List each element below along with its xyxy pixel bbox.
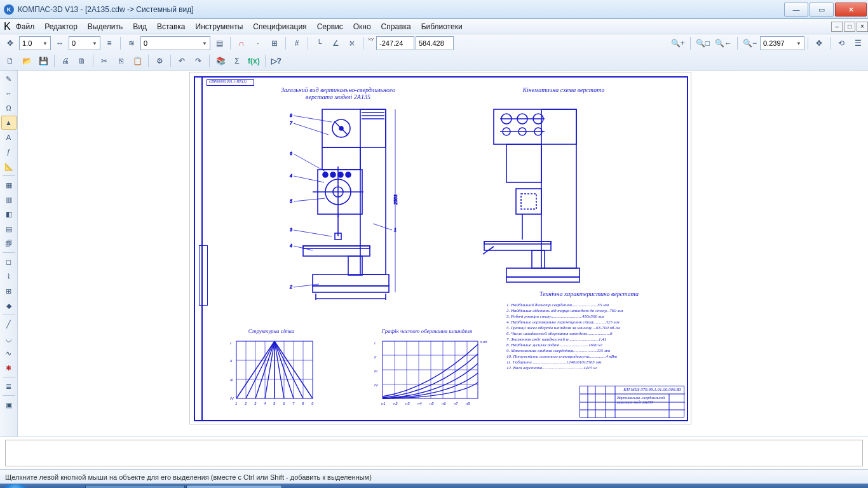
command-input[interactable] bbox=[5, 440, 863, 466]
tool-macro-icon[interactable]: ◆ bbox=[1, 299, 17, 313]
tree-icon[interactable]: ☰ bbox=[850, 36, 865, 51]
quick-ie-icon[interactable]: e bbox=[32, 485, 48, 488]
layers-icon[interactable]: ≡ bbox=[102, 36, 117, 51]
tool-break-icon[interactable]: ⌇ bbox=[1, 269, 17, 283]
ortho-icon[interactable]: └ bbox=[311, 36, 327, 51]
svg-text:I: I bbox=[230, 341, 231, 345]
local-cs-icon[interactable]: ⤪ bbox=[344, 36, 360, 51]
mdi-restore[interactable]: □ bbox=[844, 22, 855, 32]
coord-y[interactable]: 584.428 bbox=[416, 36, 454, 50]
tool-arc-icon[interactable]: ◡ bbox=[1, 332, 17, 346]
tool-text-icon[interactable]: A bbox=[1, 130, 17, 144]
menu-view[interactable]: Вид bbox=[128, 20, 152, 33]
pan-icon[interactable]: ✥ bbox=[811, 36, 827, 51]
line-style-icon[interactable]: ≋ bbox=[124, 36, 139, 51]
menu-help[interactable]: Справка bbox=[376, 20, 416, 33]
zoom-in-icon[interactable]: 🔍+ bbox=[669, 36, 687, 51]
menu-libs[interactable]: Библиотеки bbox=[416, 20, 468, 33]
tool-select-icon[interactable]: ◻ bbox=[1, 255, 17, 269]
tool-line-icon[interactable]: ╱ bbox=[1, 317, 17, 331]
zoom-out-icon[interactable]: 🔍− bbox=[741, 36, 759, 51]
snap-point-icon[interactable]: · bbox=[250, 36, 266, 51]
variables-icon[interactable]: Σ bbox=[229, 53, 245, 69]
zoom-combo[interactable]: 0.2397▼ bbox=[760, 36, 804, 50]
cut-icon[interactable]: ✂ bbox=[97, 53, 112, 69]
save-icon[interactable]: 💾 bbox=[36, 53, 51, 69]
magnet-icon[interactable]: ∩ bbox=[234, 36, 249, 51]
rebuild-icon[interactable]: ⟲ bbox=[834, 36, 849, 51]
undo-icon[interactable]: ↶ bbox=[174, 53, 189, 69]
svg-text:n6: n6 bbox=[442, 402, 446, 405]
svg-text:n4: n4 bbox=[417, 402, 422, 405]
canvas[interactable]: ЄВР00000.001.1-ПК(1) Загальний вид верти… bbox=[18, 71, 868, 437]
svg-rect-66 bbox=[506, 268, 580, 277]
fit-icon[interactable]: ✥ bbox=[3, 36, 18, 51]
close-button[interactable]: ✕ bbox=[835, 3, 867, 17]
tool-layers-icon[interactable]: ≣ bbox=[1, 379, 17, 393]
whats-this-icon[interactable]: ▷? bbox=[269, 53, 284, 69]
tool-group-icon[interactable]: ⊞ bbox=[1, 284, 17, 298]
svg-text:2: 2 bbox=[289, 285, 292, 289]
mdi-minimize[interactable]: – bbox=[831, 22, 843, 32]
open-icon[interactable]: 📂 bbox=[19, 53, 34, 69]
tool-symbols-icon[interactable]: Ω bbox=[1, 101, 17, 115]
mdi-close[interactable]: × bbox=[857, 22, 868, 32]
tool-spec-icon[interactable]: ▤ bbox=[1, 222, 17, 236]
svg-text:7: 7 bbox=[290, 121, 293, 125]
library-icon[interactable]: 📚 bbox=[213, 53, 228, 69]
palette-icon[interactable]: ▤ bbox=[212, 36, 227, 51]
preview-icon[interactable]: 🗎 bbox=[74, 53, 90, 69]
menu-insert[interactable]: Вставка bbox=[152, 20, 191, 33]
taskbar-item-1[interactable]: K КОМПАС-3D V13 - [... bbox=[186, 485, 282, 488]
quick-explorer-icon[interactable]: 📁 bbox=[50, 485, 66, 488]
svg-line-83 bbox=[246, 341, 275, 398]
paste-icon[interactable]: 📋 bbox=[130, 53, 145, 69]
tool-dimension-icon[interactable]: ↔ bbox=[1, 86, 17, 100]
svg-point-17 bbox=[346, 172, 351, 177]
menu-tools[interactable]: Инструменты bbox=[191, 20, 248, 33]
tool-report-icon[interactable]: 🗐 bbox=[1, 236, 17, 250]
svg-text:III: III bbox=[374, 369, 377, 373]
quick-mail-icon[interactable]: ✉ bbox=[67, 485, 84, 488]
tool-spline-icon[interactable]: ∿ bbox=[1, 346, 17, 360]
tool-views-icon[interactable]: ◧ bbox=[1, 207, 17, 221]
grid-icon[interactable]: # bbox=[289, 36, 304, 51]
zoom-window-icon[interactable]: 🔍□ bbox=[694, 36, 712, 51]
props-icon[interactable]: ⚙ bbox=[152, 53, 167, 69]
new-icon[interactable]: 🗋 bbox=[3, 53, 18, 69]
tool-table-icon[interactable]: ▥ bbox=[1, 193, 17, 207]
tool-hatch-icon[interactable]: ▦ bbox=[1, 178, 17, 192]
maximize-button[interactable]: ▭ bbox=[810, 3, 834, 17]
step-icon[interactable]: ↔ bbox=[52, 36, 67, 51]
scale-combo[interactable]: 1.0▼ bbox=[19, 36, 51, 50]
menu-window[interactable]: Окно bbox=[348, 20, 376, 33]
tool-point2-icon[interactable]: ✱ bbox=[1, 361, 17, 375]
menu-editor[interactable]: Редактор bbox=[39, 20, 83, 33]
angle-icon[interactable]: ∠ bbox=[328, 36, 343, 51]
start-button[interactable] bbox=[3, 484, 28, 488]
menu-file[interactable]: Файл bbox=[11, 20, 40, 33]
tool-param-icon[interactable]: ƒ bbox=[1, 145, 17, 159]
tool-geometry-icon[interactable]: ✎ bbox=[1, 72, 17, 86]
print-icon[interactable]: 🖨 bbox=[58, 53, 73, 69]
spec-9: 9. Максимальна глибина свердління.......… bbox=[506, 348, 610, 353]
style-combo[interactable]: 0▼ bbox=[140, 36, 210, 50]
svg-text:4: 4 bbox=[290, 243, 292, 248]
fx-icon[interactable]: f(x) bbox=[246, 53, 262, 69]
zoom-prev-icon[interactable]: 🔍← bbox=[713, 36, 734, 51]
coord-x[interactable]: -247.24 bbox=[376, 36, 414, 50]
minimize-button[interactable]: — bbox=[784, 3, 808, 17]
svg-text:7: 7 bbox=[292, 402, 295, 405]
step-combo[interactable]: 0▼ bbox=[69, 36, 100, 50]
snap-grid-icon[interactable]: ⊞ bbox=[267, 36, 282, 51]
menu-spec[interactable]: Спецификация bbox=[248, 20, 311, 33]
copy-icon[interactable]: ⎘ bbox=[113, 53, 128, 69]
redo-icon[interactable]: ↷ bbox=[191, 53, 206, 69]
taskbar-item-0[interactable]: 🌐 Freelance.Ru / Настр... bbox=[85, 485, 185, 488]
toolbars: ✥ 1.0▼ ↔ 0▼ ≡ ≋ 0▼ ▤ ∩ · ⊞ # └ ∠ ⤪ ˣʸ -2… bbox=[0, 34, 868, 71]
menu-service[interactable]: Сервис bbox=[312, 20, 348, 33]
tool-stamp-icon[interactable]: ▣ bbox=[1, 398, 17, 412]
tool-measure-icon[interactable]: 📐 bbox=[1, 159, 17, 173]
tool-edit-icon[interactable]: ▲ bbox=[1, 116, 17, 130]
menu-select[interactable]: Выделить bbox=[83, 20, 128, 33]
